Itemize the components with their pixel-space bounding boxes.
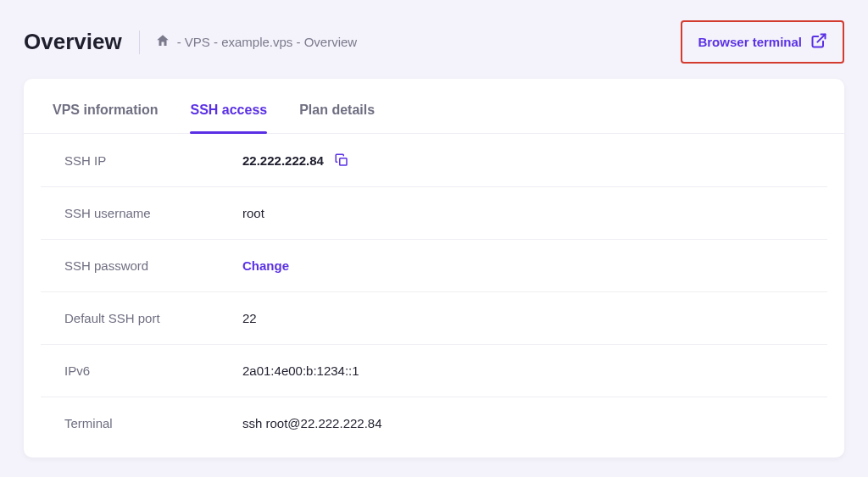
value-ssh-username: root — [242, 206, 264, 220]
row-ssh-port: Default SSH port 22 — [41, 292, 827, 345]
label-ssh-username: SSH username — [64, 206, 242, 220]
home-icon[interactable] — [155, 33, 170, 51]
label-terminal: Terminal — [64, 416, 242, 430]
breadcrumb-text: - VPS - example.vps - Overview — [177, 35, 358, 49]
change-password-link[interactable]: Change — [242, 258, 289, 273]
svg-line-0 — [817, 35, 825, 42]
row-ssh-username: SSH username root — [41, 187, 827, 240]
value-ssh-ip: 22.222.222.84 — [242, 153, 349, 168]
browser-terminal-label: Browser terminal — [698, 35, 802, 49]
value-terminal: ssh root@22.222.222.84 — [242, 416, 382, 430]
label-ssh-port: Default SSH port — [64, 311, 242, 325]
tab-plan-details[interactable]: Plan details — [299, 79, 375, 133]
label-ipv6: IPv6 — [64, 363, 242, 378]
tab-ssh-access[interactable]: SSH access — [190, 79, 267, 133]
row-ipv6: IPv6 2a01:4e00:b:1234::1 — [41, 345, 827, 397]
tabs: VPS information SSH access Plan details — [24, 79, 844, 134]
row-ssh-ip: SSH IP 22.222.222.84 — [41, 134, 827, 187]
breadcrumb[interactable]: - VPS - example.vps - Overview — [155, 33, 682, 51]
copy-icon[interactable] — [334, 153, 349, 168]
overview-card: VPS information SSH access Plan details … — [24, 79, 844, 458]
browser-terminal-button[interactable]: Browser terminal — [681, 20, 844, 64]
page-title: Overview — [24, 29, 122, 55]
value-ssh-port: 22 — [242, 311, 257, 325]
row-ssh-password: SSH password Change — [41, 240, 827, 292]
ssh-ip-text: 22.222.222.84 — [242, 153, 324, 168]
tab-vps-information[interactable]: VPS information — [53, 79, 158, 133]
label-ssh-password: SSH password — [64, 258, 242, 273]
label-ssh-ip: SSH IP — [64, 153, 242, 168]
svg-rect-1 — [340, 158, 347, 165]
external-link-icon — [810, 32, 827, 52]
row-terminal: Terminal ssh root@22.222.222.84 — [41, 397, 827, 449]
ssh-details: SSH IP 22.222.222.84 SSH username root S… — [24, 134, 844, 458]
divider — [139, 31, 140, 54]
value-ipv6: 2a01:4e00:b:1234::1 — [242, 363, 359, 378]
page-header: Overview - VPS - example.vps - Overview … — [0, 0, 868, 79]
